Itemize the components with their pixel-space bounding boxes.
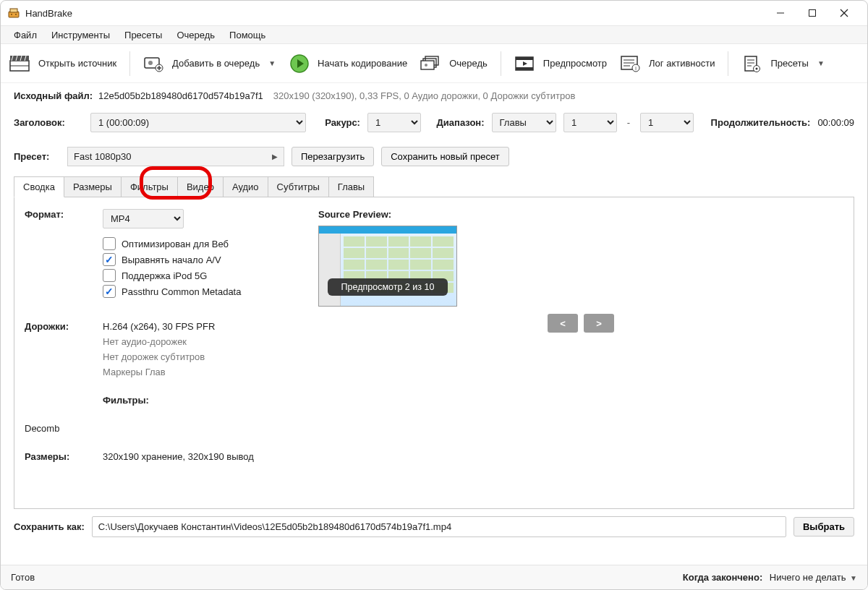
svg-rect-1 <box>10 9 17 12</box>
tab-chapters[interactable]: Главы <box>328 176 374 197</box>
checkbox-align-av[interactable] <box>103 253 116 266</box>
save-path-input[interactable] <box>92 516 786 537</box>
svg-point-2 <box>11 14 12 15</box>
titlebar: HandBrake <box>1 1 867 25</box>
track-line: Нет аудио-дорожек <box>103 336 312 347</box>
when-done-value[interactable]: Ничего не делать <box>770 572 846 583</box>
menu-help[interactable]: Помощь <box>222 28 273 42</box>
size-label: Размеры: <box>25 451 97 462</box>
checkbox-ipod-5g[interactable] <box>103 269 116 282</box>
save-new-preset-button[interactable]: Сохранить новый пресет <box>381 147 509 166</box>
toolbar-divider <box>728 51 728 76</box>
activity-log-icon: i <box>620 54 642 73</box>
save-as-label: Сохранить как: <box>14 521 85 532</box>
chevron-down-icon[interactable]: ▼ <box>850 574 857 582</box>
source-details: 320x190 (320x190), 0,33 FPS, 0 Аудио дор… <box>273 90 576 101</box>
track-line: H.264 (x264), 30 FPS PFR <box>103 321 312 332</box>
checkbox-passthru-label: Passthru Common Metadata <box>122 286 241 297</box>
reload-preset-button[interactable]: Перезагрузить <box>292 147 374 166</box>
checkbox-web-label: Оптимизирован для Веб <box>122 239 229 249</box>
summary-panel: Формат: MP4 Оптимизирован для Веб Выравн… <box>14 197 854 509</box>
svg-rect-5 <box>809 10 816 17</box>
title-label: Заголовок: <box>14 117 83 128</box>
range-end-select[interactable]: 1 <box>640 113 694 132</box>
toolbar-open-label: Открыть источник <box>38 58 116 69</box>
tabs: Сводка Размеры Фильтры Видео Аудио Субти… <box>14 176 854 197</box>
preview-prev-button[interactable]: < <box>548 314 578 333</box>
svg-point-25 <box>425 64 427 67</box>
toolbar-activity-log[interactable]: i Лог активности <box>620 54 715 73</box>
preset-select[interactable]: Fast 1080p30 ▶ <box>67 147 284 166</box>
menubar: Файл Инструменты Пресеты Очередь Помощь <box>1 25 867 44</box>
range-start-select[interactable]: 1 <box>563 113 617 132</box>
tab-summary[interactable]: Сводка <box>14 176 64 197</box>
tab-video[interactable]: Видео <box>177 176 224 197</box>
add-queue-icon <box>143 54 165 73</box>
title-select[interactable]: 1 (00:00:09) <box>90 113 306 132</box>
browse-button[interactable]: Выбрать <box>793 517 854 536</box>
source-preview: Source Preview: Предпросмотр 2 из 10 < <box>318 209 843 469</box>
toolbar-divider <box>501 51 501 76</box>
tab-filters[interactable]: Фильтры <box>121 176 178 197</box>
filters-value: Decomb <box>25 423 97 434</box>
svg-point-3 <box>15 14 17 15</box>
close-button[interactable] <box>828 2 860 24</box>
checkbox-align-label: Выравнять начало A/V <box>122 255 221 265</box>
toolbar-preview-label: Предпросмотр <box>543 58 607 69</box>
toolbar-show-queue[interactable]: Очередь <box>420 54 488 73</box>
menu-file[interactable]: Файл <box>7 28 44 42</box>
checkbox-web-optimized[interactable] <box>103 237 116 250</box>
checkbox-ipod-label: Поддержка iPod 5G <box>122 270 207 281</box>
range-label: Диапазон: <box>437 117 485 128</box>
svg-rect-28 <box>516 67 533 70</box>
preview-next-button[interactable]: > <box>584 314 614 333</box>
checkbox-passthru-metadata[interactable] <box>103 285 116 298</box>
format-select[interactable]: MP4 <box>103 209 184 228</box>
track-line: Маркеры Глав <box>103 367 312 377</box>
toolbar-divider <box>129 51 130 76</box>
triangle-right-icon: ▶ <box>272 153 278 161</box>
toolbar-add-queue[interactable]: Добавить в очередь ▼ <box>143 54 276 73</box>
menu-queue[interactable]: Очередь <box>169 28 222 42</box>
source-label: Исходный файл: <box>14 90 93 101</box>
window-title: HandBrake <box>25 8 72 19</box>
preview-icon <box>514 54 536 73</box>
toolbar-preview[interactable]: Предпросмотр <box>514 54 607 73</box>
duration-value: 00:00:09 <box>817 117 854 128</box>
svg-point-16 <box>148 61 153 65</box>
presets-icon <box>741 54 763 73</box>
when-done-label: Когда закончено: <box>683 572 762 583</box>
toolbar-start-label: Начать кодирование <box>318 58 407 69</box>
range-dash: - <box>624 117 633 128</box>
svg-rect-27 <box>516 57 533 60</box>
toolbar-start-encode[interactable]: Начать кодирование <box>289 54 407 73</box>
preset-label: Пресет: <box>14 151 60 162</box>
toolbar-open-source[interactable]: Открыть источник <box>9 54 116 73</box>
minimize-button[interactable] <box>765 2 796 24</box>
chevron-down-icon[interactable]: ▼ <box>268 59 276 67</box>
tab-subtitles[interactable]: Субтитры <box>268 176 329 197</box>
menu-presets[interactable]: Пресеты <box>117 28 169 42</box>
app-logo-icon <box>8 7 20 19</box>
tab-audio[interactable]: Аудио <box>223 176 268 197</box>
track-line: Нет дорожек субтитров <box>103 351 312 362</box>
tab-dimensions[interactable]: Размеры <box>64 176 122 197</box>
preset-value: Fast 1080p30 <box>74 151 132 162</box>
toolbar-activity-label: Лог активности <box>649 58 715 69</box>
duration-label: Продолжительность: <box>711 117 811 128</box>
toolbar-queue-label: Очередь <box>449 58 488 69</box>
tracks-label: Дорожки: <box>25 321 97 377</box>
range-type-select[interactable]: Главы <box>492 113 557 132</box>
film-clapper-icon <box>9 54 31 73</box>
size-value: 320x190 хранение, 320x190 вывод <box>103 451 312 462</box>
svg-point-41 <box>756 67 758 69</box>
angle-select[interactable]: 1 <box>367 113 421 132</box>
maximize-button[interactable] <box>796 2 828 24</box>
chevron-down-icon[interactable]: ▼ <box>817 59 825 67</box>
queue-icon <box>420 54 442 73</box>
angle-label: Ракурс: <box>325 117 360 128</box>
toolbar-presets[interactable]: Пресеты ▼ <box>741 54 824 73</box>
menu-tools[interactable]: Инструменты <box>44 28 117 42</box>
format-label: Формат: <box>25 209 97 301</box>
filters-label: Фильтры: <box>103 395 312 406</box>
